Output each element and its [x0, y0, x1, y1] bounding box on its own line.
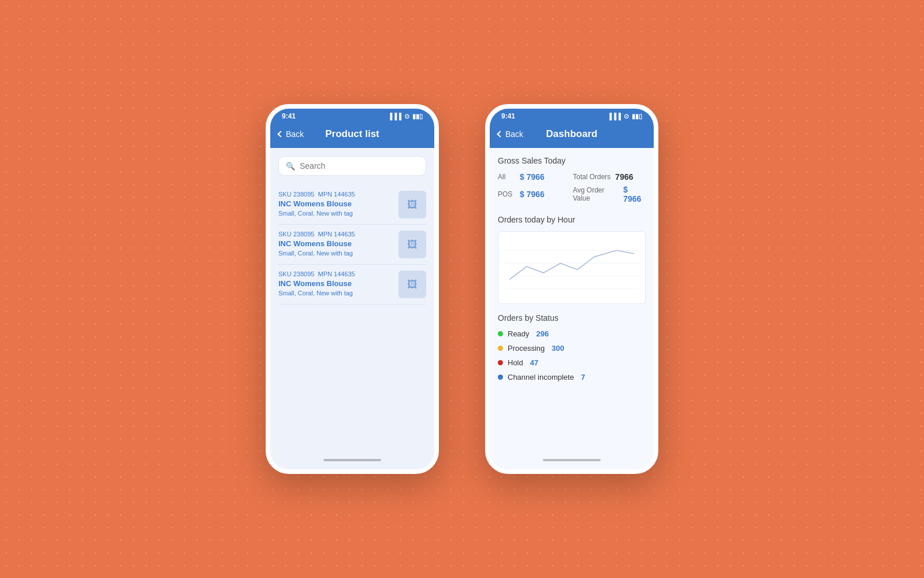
gross-sales-title: Gross Sales Today — [498, 156, 646, 165]
status-name: Channel incomplete — [508, 373, 574, 381]
product-sku-1: SKU 238095 MPN 144635 — [278, 191, 393, 198]
wifi-icon-2: ⊙ — [624, 113, 629, 120]
avg-order-row: Avg Order Value $ 7966 — [573, 185, 646, 203]
avg-order-value: $ 7966 — [623, 185, 646, 203]
status-time-1: 9:41 — [282, 112, 296, 120]
signal-icon: ▐▐▐ — [388, 113, 401, 120]
product-image-1: 🖼 — [398, 191, 426, 218]
list-item[interactable]: SKU 238095 MPN 144635 INC Womens Blouse … — [278, 225, 426, 265]
list-item[interactable]: SKU 238095 MPN 144635 INC Womens Blouse … — [278, 185, 426, 225]
status-item: Hold 47 — [498, 358, 646, 367]
signal-icon-2: ▐▐▐ — [608, 113, 621, 120]
status-count: 47 — [530, 358, 538, 367]
product-name-3: INC Womens Blouse — [278, 279, 393, 288]
chevron-left-icon-1 — [277, 131, 284, 137]
product-list: SKU 238095 MPN 144635 INC Womens Blouse … — [278, 185, 426, 305]
search-icon: 🔍 — [286, 162, 295, 171]
back-button-1[interactable]: Back — [278, 129, 304, 139]
avg-order-label: Avg Order Value — [573, 186, 619, 202]
status-title: Orders by Status — [498, 313, 646, 323]
status-item: Channel incomplete 7 — [498, 373, 646, 381]
page-title-2: Dashboard — [546, 128, 598, 140]
home-bar-2 — [543, 459, 601, 461]
product-detail-2: Small, Coral, New with tag — [278, 250, 393, 257]
all-sales-row: All $ 7966 — [498, 172, 571, 181]
status-name: Ready — [508, 329, 530, 338]
battery-icon-2: ▮▮▯ — [632, 113, 642, 120]
back-label-1: Back — [286, 129, 304, 139]
gross-sales-grid: All $ 7966 Total Orders 7966 POS $ 7966 … — [498, 172, 646, 203]
chevron-left-icon-2 — [497, 131, 503, 137]
status-count: 7 — [581, 373, 585, 381]
product-name-1: INC Womens Blouse — [278, 199, 393, 208]
page-title-1: Product list — [325, 128, 379, 140]
all-value: $ 7966 — [520, 172, 545, 181]
product-list-phone: 9:41 ▐▐▐ ⊙ ▮▮▯ Back Product list 🔍 SKU 2… — [266, 104, 439, 474]
product-detail-1: Small, Coral, New with tag — [278, 210, 393, 217]
status-count: 296 — [536, 329, 549, 338]
navbar-2: Back Dashboard — [490, 123, 654, 148]
battery-icon: ▮▮▯ — [412, 113, 423, 120]
back-button-2[interactable]: Back — [498, 129, 523, 139]
status-icons-1: ▐▐▐ ⊙ ▮▮▯ — [388, 113, 423, 120]
orders-chart — [504, 238, 639, 295]
product-sku-2: SKU 238095 MPN 144635 — [278, 231, 393, 238]
navbar-1: Back Product list — [270, 123, 434, 148]
status-count: 300 — [552, 344, 564, 353]
back-label-2: Back — [505, 129, 523, 139]
chart-title: Orders today by Hour — [498, 215, 646, 224]
list-item[interactable]: SKU 238095 MPN 144635 INC Womens Blouse … — [278, 265, 426, 305]
home-bar-1 — [323, 459, 381, 461]
all-label: All — [498, 173, 515, 181]
search-input[interactable] — [300, 161, 419, 171]
status-item: Ready 296 — [498, 329, 646, 338]
total-orders-row: Total Orders 7966 — [573, 172, 646, 181]
product-image-3: 🖼 — [398, 271, 426, 298]
total-orders-label: Total Orders — [573, 173, 610, 181]
product-name-2: INC Womens Blouse — [278, 239, 393, 248]
product-sku-3: SKU 238095 MPN 144635 — [278, 271, 393, 277]
status-dot — [498, 346, 503, 351]
status-item: Processing 300 — [498, 344, 646, 353]
product-info-1: SKU 238095 MPN 144635 INC Womens Blouse … — [278, 191, 393, 217]
chart-container — [498, 231, 646, 304]
product-info-3: SKU 238095 MPN 144635 INC Womens Blouse … — [278, 271, 393, 297]
status-name: Hold — [508, 358, 523, 367]
home-indicator-1 — [270, 453, 434, 469]
home-indicator-2 — [490, 453, 654, 469]
dashboard-phone: 9:41 ▐▐▐ ⊙ ▮▮▯ Back Dashboard Gross Sale… — [485, 104, 658, 474]
status-bar-1: 9:41 ▐▐▐ ⊙ ▮▮▯ — [270, 109, 434, 123]
dashboard-body: Gross Sales Today All $ 7966 Total Order… — [490, 148, 654, 453]
product-info-2: SKU 238095 MPN 144635 INC Womens Blouse … — [278, 231, 393, 257]
total-orders-value: 7966 — [615, 172, 633, 181]
pos-label: POS — [498, 190, 515, 198]
product-list-body: 🔍 SKU 238095 MPN 144635 INC Womens Blous… — [270, 148, 434, 453]
product-detail-3: Small, Coral, New with tag — [278, 290, 393, 297]
status-time-2: 9:41 — [501, 112, 515, 120]
product-image-2: 🖼 — [398, 231, 426, 258]
status-dot — [498, 375, 503, 380]
status-name: Processing — [508, 344, 545, 353]
wifi-icon: ⊙ — [404, 113, 409, 120]
pos-value: $ 7966 — [520, 190, 545, 199]
pos-sales-row: POS $ 7966 — [498, 185, 571, 203]
search-bar[interactable]: 🔍 — [278, 156, 426, 176]
status-dot — [498, 360, 503, 365]
status-list: Ready 296 Processing 300 Hold 47 Channel… — [498, 329, 646, 381]
status-icons-2: ▐▐▐ ⊙ ▮▮▯ — [608, 113, 642, 120]
status-dot — [498, 331, 503, 336]
status-bar-2: 9:41 ▐▐▐ ⊙ ▮▮▯ — [490, 109, 654, 123]
